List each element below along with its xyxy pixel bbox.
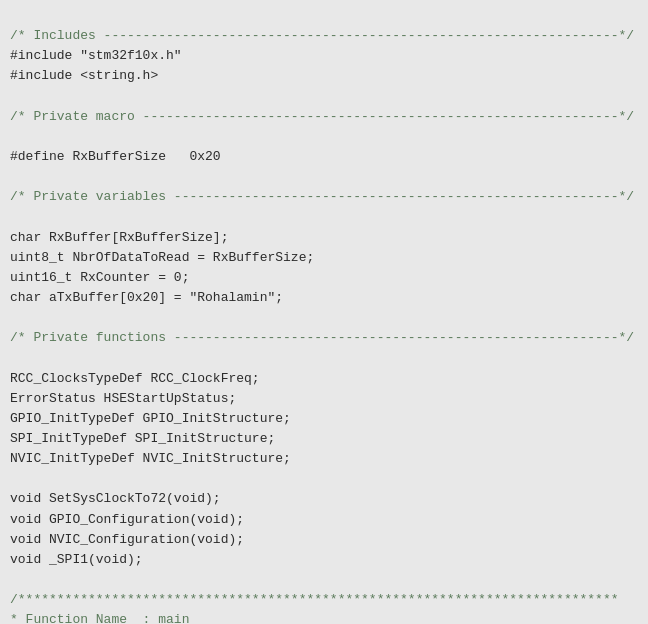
code-line: void SetSysClockTo72(void); bbox=[10, 489, 638, 509]
code-line bbox=[10, 348, 638, 368]
code-line: /* Includes ----------------------------… bbox=[10, 26, 638, 46]
code-line bbox=[10, 167, 638, 187]
code-editor: /* Includes ----------------------------… bbox=[0, 0, 648, 624]
code-line bbox=[10, 87, 638, 107]
code-line: uint16_t RxCounter = 0; bbox=[10, 268, 638, 288]
code-line: #define RxBufferSize 0x20 bbox=[10, 147, 638, 167]
code-line: GPIO_InitTypeDef GPIO_InitStructure; bbox=[10, 409, 638, 429]
code-line: void GPIO_Configuration(void); bbox=[10, 510, 638, 530]
code-line: uint8_t NbrOfDataToRead = RxBufferSize; bbox=[10, 248, 638, 268]
code-line bbox=[10, 570, 638, 590]
code-line: SPI_InitTypeDef SPI_InitStructure; bbox=[10, 429, 638, 449]
code-line bbox=[10, 308, 638, 328]
code-line: char RxBuffer[RxBufferSize]; bbox=[10, 228, 638, 248]
code-line: /***************************************… bbox=[10, 590, 638, 610]
code-line: /* Private macro -----------------------… bbox=[10, 107, 638, 127]
code-line: ErrorStatus HSEStartUpStatus; bbox=[10, 389, 638, 409]
code-line: /* Private variables -------------------… bbox=[10, 187, 638, 207]
code-line bbox=[10, 469, 638, 489]
code-line: * Function Name : main bbox=[10, 610, 638, 624]
code-line: #include <string.h> bbox=[10, 66, 638, 86]
code-line: NVIC_InitTypeDef NVIC_InitStructure; bbox=[10, 449, 638, 469]
code-line: RCC_ClocksTypeDef RCC_ClockFreq; bbox=[10, 369, 638, 389]
code-line: char aTxBuffer[0x20] = "Rohalamin"; bbox=[10, 288, 638, 308]
code-line: #include "stm32f10x.h" bbox=[10, 46, 638, 66]
code-line bbox=[10, 207, 638, 227]
code-line: /* Private functions -------------------… bbox=[10, 328, 638, 348]
code-line: void _SPI1(void); bbox=[10, 550, 638, 570]
code-line: void NVIC_Configuration(void); bbox=[10, 530, 638, 550]
code-line bbox=[10, 127, 638, 147]
